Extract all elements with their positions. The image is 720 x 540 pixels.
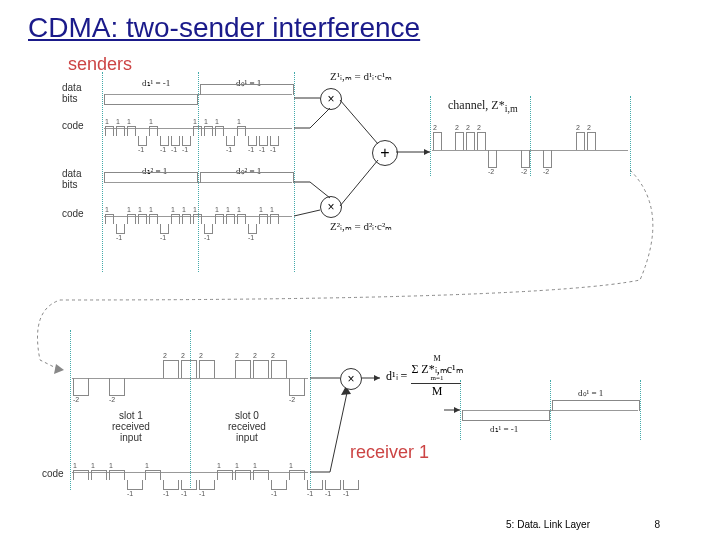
slide-title: CDMA: two-sender interference	[28, 12, 420, 44]
sender1-code-seq: 111-11-1-1-1111-11-1-1-1	[104, 118, 280, 146]
receiver-code-seq: 111-11-1-1-1111-11-1-1-1	[72, 462, 360, 490]
data-bits-label-2: data bits	[62, 168, 81, 190]
guide-vline	[70, 330, 71, 490]
receiver-label: receiver 1	[350, 442, 429, 463]
channel-label: channel, Z*i,m	[448, 98, 518, 114]
data-bits-label-1: data bits	[62, 82, 81, 104]
sender2-z: Z²ᵢ,ₘ = d²ᵢ·c²ₘ	[330, 220, 392, 233]
svg-line-13	[330, 388, 348, 472]
svg-line-7	[340, 160, 378, 206]
databit-neg	[104, 94, 198, 105]
multiply-icon: ×	[340, 368, 362, 390]
out-pos	[552, 400, 640, 411]
slot1-label: slot 1 received input	[112, 410, 150, 443]
svg-line-5	[294, 210, 320, 216]
svg-marker-10	[54, 364, 64, 374]
guide-vline	[640, 380, 641, 440]
sender1-z: Z¹ᵢ,ₘ = d¹ᵢ·c¹ₘ	[330, 70, 392, 83]
code-label-1: code	[62, 120, 84, 131]
sender1-d1: d₁¹ = -1	[142, 78, 170, 88]
footer-text: 5: Data. Link Layer	[506, 519, 590, 530]
svg-marker-16	[374, 375, 380, 381]
code-label-2: code	[62, 208, 84, 219]
senders-label: senders	[68, 54, 132, 75]
guide-vline	[430, 96, 431, 176]
databit-pos	[200, 172, 294, 183]
receiver-d1: d₁¹ = -1	[490, 424, 518, 434]
multiply-icon: ×	[320, 88, 342, 110]
guide-vline	[102, 72, 103, 272]
guide-vline	[198, 72, 199, 272]
receiver-formula: d¹ᵢ = M Σ Z*ᵢ,ₘc¹ₘ m=1 M	[386, 355, 463, 397]
out-neg	[462, 410, 550, 421]
receiver-seq: -2-2222222-2	[72, 360, 342, 396]
slot0-label: slot 0 received input	[228, 410, 266, 443]
channel-seq: 2222-2-2-222	[432, 132, 597, 168]
adder-icon: +	[372, 140, 398, 166]
databit-pos	[104, 172, 198, 183]
svg-line-2	[310, 108, 330, 128]
guide-vline	[294, 72, 295, 272]
code-label-r: code	[42, 468, 64, 479]
multiply-icon: ×	[320, 196, 342, 218]
guide-vline	[630, 96, 631, 176]
databit-pos	[200, 84, 294, 95]
receiver-d0: d₀¹ = 1	[578, 388, 603, 398]
svg-line-6	[340, 100, 378, 144]
page-number: 8	[654, 519, 660, 530]
sender2-code-seq: 1-1111-1111-1111-111	[104, 206, 280, 234]
